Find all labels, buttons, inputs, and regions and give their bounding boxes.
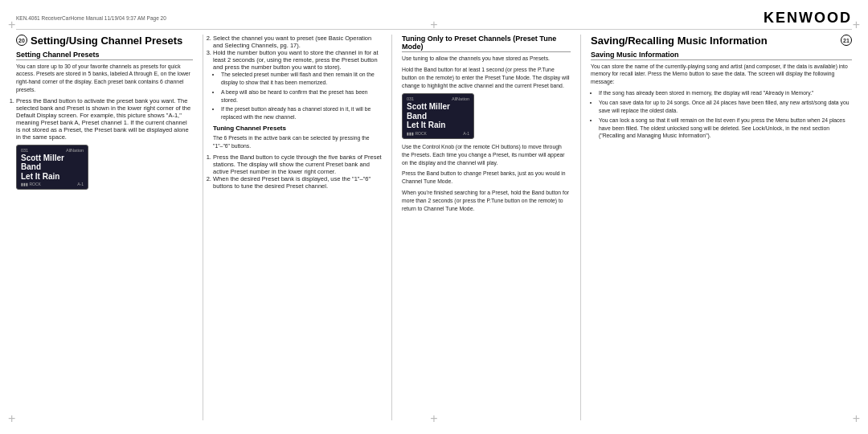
left-steps-list: Press the Band button to activate the pr… xyxy=(16,97,193,141)
display-top-row: 031 AllNation xyxy=(21,148,84,153)
kenwood-logo: KENWOOD xyxy=(764,10,852,27)
display-box-left: 031 AllNation Scott Miller Band Let It R… xyxy=(16,145,88,190)
tuning-presets-intro: The 6 Presets in the active bank can be … xyxy=(213,134,382,150)
list-item: Press the Band button to activate the pr… xyxy=(16,97,193,141)
col-divider-1 xyxy=(203,35,203,420)
left-bullet-list: The selected preset number will flash an… xyxy=(213,71,382,121)
display-station-name: AllNation xyxy=(66,148,84,153)
display-line2-2: Let It Rain xyxy=(407,121,469,130)
page-number-21: 21 xyxy=(841,35,852,46)
list-item: You can lock a song so that it will rema… xyxy=(599,117,852,141)
display-station-name-2: AllNation xyxy=(452,96,469,101)
display-bottom-row: ▮▮▮ ROCK A-1 xyxy=(21,182,84,186)
list-item: Select the channel you want to preset (s… xyxy=(213,35,382,49)
col-mid-right: Tuning Only to Preset Channels (Preset T… xyxy=(402,35,571,420)
col-left: 20 Setting/Using Channel Presets Setting… xyxy=(16,35,193,420)
preset-tune-body2: Use the Control Knob (or the remote CH b… xyxy=(402,143,571,167)
left-sub-title: Setting Channel Presets xyxy=(16,51,193,60)
crosshair-center-bottom: + xyxy=(430,411,437,426)
col-divider-2 xyxy=(391,35,392,420)
saving-music-bullets: If the song has already been stored in m… xyxy=(591,89,852,140)
tuning-presets-title: Tuning Channel Presets xyxy=(213,125,382,132)
left-steps-continued: Select the channel you want to preset (s… xyxy=(213,35,382,71)
list-item: When the desired Preset bank is displaye… xyxy=(213,175,382,190)
list-item: You can save data for up to 24 songs. On… xyxy=(599,99,852,115)
crosshair-bottom-left: + xyxy=(8,411,15,426)
left-intro-text: You can store up to 30 of your favorite … xyxy=(16,63,193,94)
display-preset: A-1 xyxy=(77,182,84,186)
crosshair-bottom-right: + xyxy=(853,411,860,426)
right-section-title: Saving/Recalling Music Information xyxy=(591,35,768,47)
display-box-mid: 031 AllNation Scott Miller Band Let It R… xyxy=(402,93,474,139)
preset-tune-intro: Use tuning to allow the channels you hav… xyxy=(402,55,571,63)
header-meta: KEN.4061 ReceiverCarHome Manual 11/19/04… xyxy=(16,15,166,21)
preset-tune-body3: Press the Band button to change Preset b… xyxy=(402,170,571,186)
list-item: The selected preset number will flash an… xyxy=(221,71,382,87)
page-number-20: 20 xyxy=(16,35,27,46)
display-bottom-row-2: ▮▮▮ ROCK A-1 xyxy=(407,131,469,136)
display-top-row-2: 031 AllNation xyxy=(407,96,469,101)
left-section-title: Setting/Using Channel Presets xyxy=(31,35,182,47)
main-columns: 20 Setting/Using Channel Presets Setting… xyxy=(16,35,852,420)
signal-bars-2: ▮▮▮ xyxy=(407,131,414,136)
col-mid-left: Select the channel you want to preset (s… xyxy=(213,35,382,420)
list-item: If the preset button already has a chann… xyxy=(221,105,382,121)
crosshair-top-left: + xyxy=(8,18,15,32)
saving-music-intro: You can store the name of the currently-… xyxy=(591,63,852,87)
page-container: KEN.4061 ReceiverCarHome Manual 11/19/04… xyxy=(0,0,868,434)
list-item: Hold the number button you want to store… xyxy=(213,49,382,71)
tuning-steps-list: Press the Band button to cycle through t… xyxy=(213,154,382,190)
display-line1: Scott Miller Band xyxy=(21,154,84,172)
saving-music-sub-title: Saving Music Information xyxy=(591,51,852,60)
display-line2: Let It Rain xyxy=(21,172,84,182)
crosshair-top-right: + xyxy=(853,18,860,32)
preset-tune-body4: When you're finished searching for a Pre… xyxy=(402,189,571,213)
col-right: Saving/Recalling Music Information 21 Sa… xyxy=(591,35,852,420)
signal-bars: ▮▮▮ xyxy=(21,182,28,186)
list-item: A beep will also be heard to confirm tha… xyxy=(221,88,382,104)
crosshair-center-top: + xyxy=(430,18,437,32)
list-item: If the song has already been stored in m… xyxy=(599,89,852,97)
display-main-text-2: Scott Miller Band Let It Rain xyxy=(407,102,469,130)
left-section-heading-row: 20 Setting/Using Channel Presets xyxy=(16,35,193,51)
display-channel-num: 031 xyxy=(21,148,28,153)
display-genre: ▮▮▮ ROCK xyxy=(21,182,41,186)
preset-tune-title: Tuning Only to Preset Channels (Preset T… xyxy=(402,35,571,52)
display-genre-2: ▮▮▮ ROCK xyxy=(407,131,427,136)
display-preset-2: A-1 xyxy=(463,131,469,136)
col-divider-3 xyxy=(580,35,581,420)
list-item: Press the Band button to cycle through t… xyxy=(213,154,382,175)
display-line1-2: Scott Miller Band xyxy=(407,102,469,121)
preset-tune-body1: Hold the Band button for at least 1 seco… xyxy=(402,66,571,90)
display-main-text: Scott Miller Band Let It Rain xyxy=(21,154,84,182)
display-channel-num-2: 031 xyxy=(407,96,414,101)
right-heading-row: Saving/Recalling Music Information 21 xyxy=(591,35,852,51)
